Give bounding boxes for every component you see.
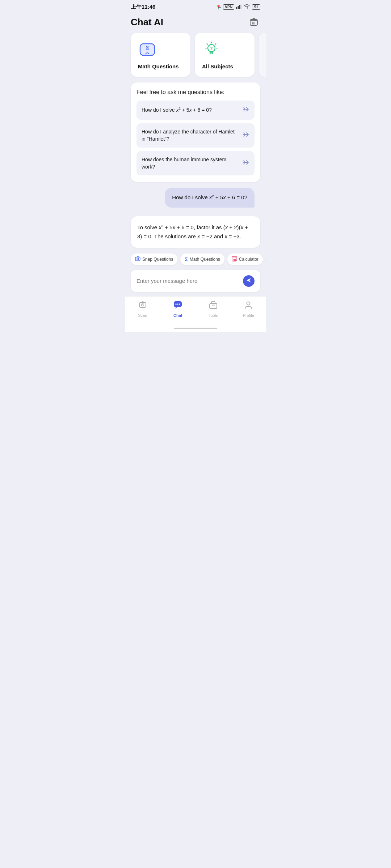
svg-rect-23 <box>235 259 236 260</box>
calc-chip-icon <box>232 256 237 263</box>
ai-response-card: To solve x2 + 5x + 6 = 0, factor it as (… <box>131 216 260 248</box>
svg-text:?: ? <box>210 46 213 51</box>
suggestion-item-1[interactable]: How do I solve x2 + 5x + 6 = 0? <box>136 101 255 120</box>
app-title: Chat AI <box>131 17 163 28</box>
message-input[interactable] <box>136 278 239 284</box>
scan-nav-icon <box>138 300 147 312</box>
chip-calculator[interactable]: Calculator <box>227 254 263 265</box>
svg-rect-1 <box>237 6 239 9</box>
math-icon: Σ <box>138 40 157 59</box>
chip-tools[interactable]: Tools <box>266 254 266 265</box>
scan-nav-label: Scan <box>138 313 147 318</box>
location-off-icon: 📍̶ <box>216 5 221 10</box>
suggestion-text-2: How do I analyze the character of Hamlet… <box>142 128 239 142</box>
category-card-math[interactable]: Σ Math Questions <box>131 33 190 77</box>
chip-math-label: Math Questions <box>190 257 220 262</box>
wifi-icon <box>244 4 250 10</box>
signal-icon <box>236 4 242 10</box>
battery-indicator: 51 <box>252 4 260 10</box>
math-chip-icon: Σ <box>185 256 188 262</box>
suggestion-text-1: How do I solve x2 + 5x + 6 = 0? <box>142 106 239 114</box>
home-indicator <box>125 325 266 332</box>
svg-line-13 <box>215 44 216 45</box>
svg-rect-26 <box>235 260 236 261</box>
status-bar: 上午11:46 📍̶ VPN 51 <box>125 0 266 13</box>
svg-rect-2 <box>239 5 240 9</box>
svg-point-34 <box>177 303 178 305</box>
chip-snap-label: Snap Questions <box>142 257 173 262</box>
quick-chips: Snap Questions Σ Math Questions Calculat… <box>125 254 266 270</box>
suggestion-text-3: How does the human immune system work? <box>142 156 239 170</box>
status-time: 上午11:46 <box>131 4 155 10</box>
svg-rect-3 <box>241 4 242 9</box>
math-label: Math Questions <box>138 63 183 69</box>
chat-nav-icon <box>173 300 182 312</box>
nav-item-chat[interactable]: Chat <box>160 300 196 318</box>
svg-rect-24 <box>233 260 234 261</box>
svg-rect-37 <box>212 305 215 306</box>
svg-point-33 <box>175 303 177 305</box>
home-bar <box>174 328 217 329</box>
nav-item-scan[interactable]: Scan <box>125 300 160 318</box>
chip-snap[interactable]: Snap Questions <box>131 254 177 265</box>
svg-text:Σ: Σ <box>146 45 149 51</box>
svg-rect-20 <box>233 257 236 258</box>
ai-response-text: To solve x2 + 5x + 6 = 0, factor it as (… <box>137 224 248 240</box>
nav-item-tools[interactable]: Tools <box>196 300 231 318</box>
bottom-nav: Scan Chat Tools <box>125 296 266 325</box>
suggestions-title: Feel free to ask me questions like: <box>136 89 255 95</box>
chat-nav-label: Chat <box>173 313 182 318</box>
nav-item-profile[interactable]: Profile <box>231 300 266 318</box>
send-button-icon <box>246 277 252 284</box>
svg-point-31 <box>142 305 143 305</box>
profile-nav-icon <box>244 300 253 312</box>
suggestions-card: Feel free to ask me questions like: How … <box>131 82 260 182</box>
send-button[interactable] <box>243 275 255 287</box>
message-input-bar <box>131 270 260 292</box>
svg-rect-17 <box>135 257 140 261</box>
category-card-extra[interactable] <box>259 33 266 77</box>
suggestion-item-2[interactable]: How do I analyze the character of Hamlet… <box>136 123 255 148</box>
subjects-label: All Subjects <box>202 63 247 69</box>
svg-point-35 <box>179 303 180 305</box>
app-header: Chat AI <box>125 13 266 33</box>
chip-math[interactable]: Σ Math Questions <box>180 254 224 265</box>
chip-calc-label: Calculator <box>239 257 258 262</box>
status-icons: 📍̶ VPN 51 <box>216 4 260 10</box>
vpn-badge: VPN <box>223 4 234 10</box>
profile-nav-label: Profile <box>243 313 254 318</box>
svg-rect-25 <box>234 260 235 261</box>
svg-rect-0 <box>236 7 237 9</box>
svg-point-18 <box>137 258 139 260</box>
svg-line-15 <box>207 44 208 45</box>
suggestion-send-icon-3 <box>242 159 249 168</box>
svg-point-38 <box>247 302 250 305</box>
tools-nav-icon <box>209 300 218 312</box>
subjects-icon: ? <box>202 40 221 59</box>
suggestion-send-icon-2 <box>242 131 249 140</box>
user-message-bubble: How do I solve x2 + 5x + 6 = 0? <box>165 188 255 208</box>
snap-chip-icon <box>135 256 140 263</box>
clear-chat-button[interactable] <box>247 16 260 29</box>
svg-rect-22 <box>234 259 235 260</box>
tools-nav-label: Tools <box>209 313 218 318</box>
suggestion-item-3[interactable]: How does the human immune system work? <box>136 151 255 175</box>
category-card-subjects[interactable]: ? All Subjects <box>195 33 255 77</box>
svg-rect-21 <box>233 259 234 260</box>
suggestion-send-icon-1 <box>242 106 249 115</box>
category-scroll: Σ Math Questions ? All Subject <box>125 33 266 82</box>
